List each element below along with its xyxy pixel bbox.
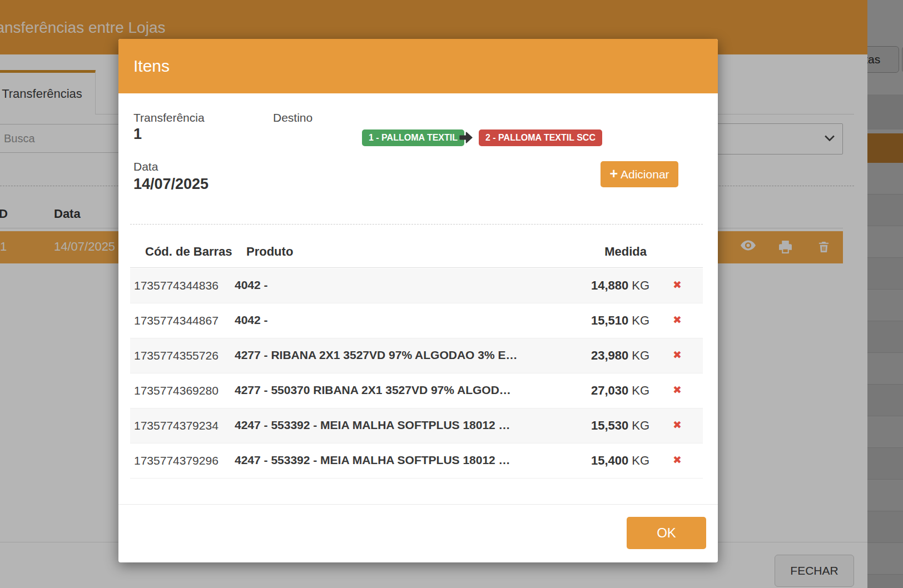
date-label: Data — [133, 160, 158, 173]
remove-item-icon[interactable]: ✖ — [672, 454, 683, 466]
remove-item-icon[interactable]: ✖ — [672, 418, 683, 431]
modal-footer-border — [118, 504, 718, 505]
transfer-value: 1 — [133, 126, 142, 143]
item-measure: 27,030KG — [591, 383, 649, 398]
screen: Etiquetas Transferências entre Lojas Tra… — [0, 0, 903, 588]
origin-store-badge: 1 - PALLOMA TEXTIL — [362, 129, 464, 146]
item-product: 4247 - 553392 - MEIA MALHA SOFTPLUS 1801… — [235, 418, 510, 432]
item-product: 4042 - — [235, 313, 268, 327]
date-value: 14/07/2025 — [133, 176, 209, 193]
items-table: 1735774344836 4042 - 14,880KG ✖ 17357743… — [130, 268, 703, 479]
item-measure: 15,510KG — [591, 313, 649, 328]
table-row: 1735774369280 4277 - 550370 RIBANA 2X1 3… — [130, 373, 703, 408]
add-item-label: Adicionar — [621, 168, 669, 181]
table-row: 1735774379234 4247 - 553392 - MEIA MALHA… — [130, 408, 703, 444]
modal-table-header-border — [130, 267, 703, 268]
item-measure: 23,980KG — [591, 348, 649, 363]
plus-icon: + — [609, 166, 618, 182]
item-product: 4247 - 553392 - MEIA MALHA SOFTPLUS 1801… — [235, 454, 510, 467]
modal-section-divider — [130, 224, 703, 225]
item-barcode: 1735774369280 — [134, 384, 219, 397]
item-measure: 15,530KG — [591, 418, 649, 433]
transfer-label: Transferência — [133, 111, 205, 124]
modal-title: Itens — [133, 57, 170, 76]
remove-item-icon[interactable]: ✖ — [672, 278, 683, 291]
items-modal-header: Itens — [118, 39, 718, 93]
item-measure: 15,400KG — [591, 454, 649, 468]
remove-item-icon[interactable]: ✖ — [672, 313, 683, 326]
column-header-measure: Medida — [604, 245, 647, 259]
table-row: 1735774379296 4247 - 553392 - MEIA MALHA… — [130, 444, 703, 479]
item-product: 4277 - RIBANA 2X1 3527VD 97% ALGODAO 3% … — [235, 348, 517, 362]
column-header-product: Produto — [246, 245, 293, 259]
items-modal: Itens Transferência 1 Destino 1 - PALLOM… — [118, 39, 718, 562]
item-barcode: 1735774344867 — [134, 314, 219, 327]
item-barcode: 1735774355726 — [134, 349, 219, 362]
item-product: 4277 - 550370 RIBANA 2X1 3527VD 97% ALGO… — [235, 383, 511, 397]
destination-label: Destino — [273, 111, 312, 124]
destination-store-badge: 2 - PALLOMA TEXTIL SCC — [479, 129, 602, 146]
add-item-button[interactable]: + Adicionar — [601, 161, 678, 187]
remove-item-icon[interactable]: ✖ — [672, 383, 683, 396]
remove-item-icon[interactable]: ✖ — [672, 348, 683, 361]
item-product: 4042 - — [235, 278, 268, 292]
table-row: 1735774344836 4042 - 14,880KG ✖ — [130, 268, 703, 303]
item-barcode: 1735774379234 — [134, 419, 219, 432]
table-row: 1735774344867 4042 - 15,510KG ✖ — [130, 303, 703, 338]
arrow-right-icon — [458, 130, 473, 147]
item-barcode: 1735774344836 — [134, 279, 219, 292]
ok-button[interactable]: OK — [627, 517, 706, 549]
table-row: 1735774355726 4277 - RIBANA 2X1 3527VD 9… — [130, 338, 703, 373]
column-header-barcode: Cód. de Barras — [145, 245, 232, 259]
item-barcode: 1735774379296 — [134, 454, 219, 467]
item-measure: 14,880KG — [591, 278, 649, 293]
